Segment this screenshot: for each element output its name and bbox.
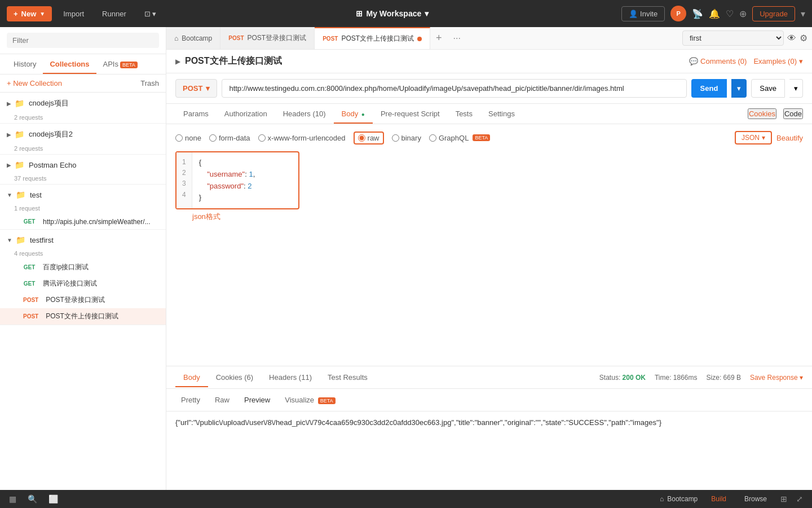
dropdown-icon[interactable]: ▾	[801, 8, 805, 19]
tab-post-upload[interactable]: POST POST文件上传接口测试	[315, 27, 430, 50]
workspace-button[interactable]: ⊞ My Workspace ▾	[356, 9, 429, 18]
request-tabs: Params Authorization Headers (10) Body ●…	[166, 104, 812, 124]
proxy-button[interactable]: ⊡ ▾	[138, 6, 164, 21]
code-text[interactable]: { "username": 1, "password": 2 }	[192, 152, 298, 208]
save-button[interactable]: Save	[751, 79, 785, 98]
tab-headers[interactable]: Headers (10)	[275, 104, 334, 124]
request-name: POST登录接口测试	[46, 295, 105, 305]
tabs-bar: ⌂ Bootcamp POST POST登录接口测试 POST POST文件上传…	[166, 27, 812, 50]
save-response-button[interactable]: Save Response ▾	[750, 374, 803, 382]
method-badge-post: POST	[20, 312, 41, 321]
browse-button[interactable]: Browse	[740, 493, 771, 505]
comments-button[interactable]: 💬 Comments (0)	[689, 57, 747, 65]
grid-icon: ⊞	[356, 9, 363, 18]
resp-tab-headers[interactable]: Headers (11)	[261, 367, 320, 387]
add-tab-button[interactable]: +	[430, 32, 448, 44]
list-item[interactable]: GET http://apis.juhe.cn/simpleWeather/..…	[0, 214, 166, 229]
collection-header-cnodejs[interactable]: ▶ 📁 cnodejs项目	[0, 93, 166, 114]
list-item[interactable]: GET 腾讯评论接口测试	[0, 275, 166, 292]
send-dropdown-button[interactable]: ▾	[731, 79, 747, 98]
tab-settings[interactable]: Settings	[480, 104, 523, 124]
send-button[interactable]: Send	[691, 79, 727, 98]
view-tab-pretty[interactable]: Pretty	[175, 393, 206, 406]
beautify-button[interactable]: Beautify	[776, 134, 803, 142]
view-tab-raw[interactable]: Raw	[209, 393, 235, 406]
console-icon[interactable]: ⬜	[48, 494, 58, 503]
tab-history[interactable]: History	[7, 54, 43, 74]
grid-icon[interactable]: ⊞	[780, 494, 787, 503]
collection-header-testfirst[interactable]: ▼ 📁 testfirst	[0, 230, 166, 250]
import-button[interactable]: Import	[56, 6, 91, 21]
method-select[interactable]: POST ▾	[175, 79, 217, 98]
search-icon[interactable]: 🔍	[28, 494, 37, 503]
radio-none[interactable]: none	[175, 134, 201, 142]
radio-raw[interactable]: raw	[354, 132, 384, 144]
plus-circle-icon[interactable]: ⊕	[739, 8, 747, 19]
method-label: POST	[228, 35, 244, 41]
size-label: Size:	[707, 374, 722, 382]
tab-label: Bootcamp	[182, 34, 212, 42]
restore-icon[interactable]: ⤢	[796, 494, 803, 503]
tab-post-login[interactable]: POST POST登录接口测试	[220, 27, 315, 50]
method-badge-get: GET	[20, 279, 38, 288]
resp-tab-body[interactable]: Body	[175, 367, 208, 387]
layout-icon[interactable]: ▦	[9, 494, 16, 503]
heart-icon[interactable]: ♡	[726, 8, 734, 19]
view-tab-visualize[interactable]: Visualize BETA	[279, 393, 341, 406]
collection-name: cnodejs项目	[29, 98, 69, 108]
response-status-area: Status: 200 OK Time: 1866ms Size: 669 B …	[599, 374, 803, 382]
tab-label: POST文件上传接口测试	[341, 34, 414, 43]
gear-icon[interactable]: ⚙	[800, 33, 807, 43]
invite-button[interactable]: 👤 Invite	[621, 6, 665, 21]
tab-right-actions: Cookies Code	[748, 104, 803, 124]
request-name: 百度ip接口测试	[43, 262, 89, 272]
tab-body[interactable]: Body ●	[334, 104, 373, 124]
radio-urlencoded[interactable]: x-www-form-urlencoded	[258, 134, 346, 142]
save-dropdown-button[interactable]: ▾	[789, 79, 803, 98]
new-collection-button[interactable]: + New Collection	[7, 79, 62, 87]
upgrade-button[interactable]: Upgrade	[752, 6, 795, 21]
code-button[interactable]: Code	[783, 108, 803, 119]
chevron-down-icon: ▾	[799, 57, 803, 65]
radio-graphql[interactable]: GraphQL BETA	[429, 134, 490, 142]
method-label: POST	[183, 84, 202, 93]
list-item[interactable]: POST POST登录接口测试	[0, 292, 166, 308]
code-editor[interactable]: 1 2 3 4 { "username": 1, "password": 2 }	[175, 151, 299, 209]
eye-icon[interactable]: 👁	[787, 33, 796, 43]
radio-binary[interactable]: binary	[392, 134, 421, 142]
list-item[interactable]: GET 百度ip接口测试	[0, 259, 166, 275]
build-button[interactable]: Build	[707, 493, 731, 505]
satellite-icon[interactable]: 📡	[692, 8, 703, 19]
more-tabs-button[interactable]: ···	[448, 33, 466, 43]
tab-tests[interactable]: Tests	[448, 104, 480, 124]
examples-button[interactable]: Examples (0) ▾	[753, 57, 803, 65]
resp-tab-test-results[interactable]: Test Results	[320, 367, 376, 387]
radio-form-data[interactable]: form-data	[209, 134, 250, 142]
list-item-active[interactable]: POST POST文件上传接口测试	[0, 308, 166, 325]
top-navigation: + New ▼ Import Runner ⊡ ▾ ⊞ My Workspace…	[0, 0, 812, 27]
url-input[interactable]	[222, 79, 686, 98]
resp-tab-cookies[interactable]: Cookies (6)	[208, 367, 261, 387]
cookies-button[interactable]: Cookies	[748, 108, 776, 119]
trash-button[interactable]: Trash	[140, 79, 159, 87]
view-tab-preview[interactable]: Preview	[239, 393, 276, 406]
bell-icon[interactable]: 🔔	[709, 8, 720, 19]
collection-count: 2 requests	[0, 145, 166, 154]
tab-authorization[interactable]: Authorization	[217, 104, 275, 124]
status-value: 200 OK	[623, 374, 646, 382]
new-button[interactable]: + New ▼	[7, 6, 52, 21]
tab-params[interactable]: Params	[175, 104, 217, 124]
endpoint-dropdown[interactable]: first	[682, 30, 784, 46]
tab-pre-request[interactable]: Pre-request Script	[373, 104, 448, 124]
nav-right-actions: 👤 Invite P 📡 🔔 ♡ ⊕ Upgrade ▾	[621, 6, 805, 21]
tab-bootcamp[interactable]: ⌂ Bootcamp	[166, 27, 220, 50]
tab-apis[interactable]: APIsBETA	[96, 54, 144, 74]
filter-input[interactable]	[7, 33, 159, 48]
avatar[interactable]: P	[670, 6, 686, 21]
collection-header-test[interactable]: ▼ 📁 test	[0, 185, 166, 205]
collection-header-postman[interactable]: ▶ 📁 Postman Echo	[0, 155, 166, 175]
tab-collections[interactable]: Collections	[43, 54, 96, 74]
format-selector[interactable]: JSON ▾	[735, 131, 772, 144]
runner-button[interactable]: Runner	[95, 6, 133, 21]
collection-header-cnodejs2[interactable]: ▶ 📁 cnodejs项目2	[0, 124, 166, 145]
